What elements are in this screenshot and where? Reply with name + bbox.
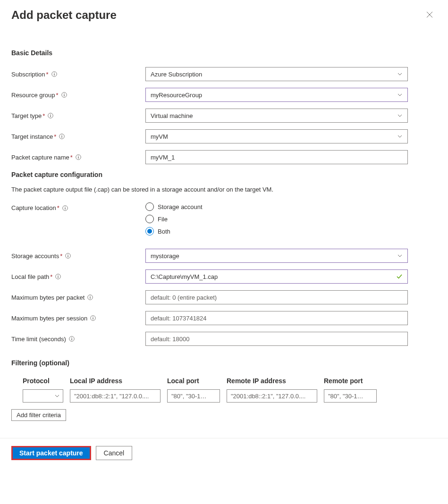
svg-point-15 xyxy=(78,156,78,156)
max-bytes-session-input-wrapper[interactable] xyxy=(145,311,408,325)
svg-point-9 xyxy=(51,114,51,115)
info-icon[interactable] xyxy=(59,134,65,139)
max-bytes-session-input[interactable] xyxy=(151,311,393,325)
resource-group-value: myResourceGroup xyxy=(151,92,202,99)
max-bytes-packet-input-wrapper[interactable] xyxy=(145,290,408,304)
subscription-value: Azure Subscription xyxy=(151,71,202,78)
basic-details-heading: Basic Details xyxy=(11,49,437,57)
radio-both-label: Both xyxy=(158,228,170,235)
info-icon[interactable] xyxy=(87,294,93,300)
local-file-path-input[interactable] xyxy=(151,270,393,283)
required-indicator: * xyxy=(46,71,49,78)
info-icon[interactable] xyxy=(48,113,53,118)
local-port-input[interactable] xyxy=(171,390,209,402)
time-limit-input-wrapper[interactable] xyxy=(145,332,408,346)
add-filter-button[interactable]: Add filter criteria xyxy=(11,409,66,421)
storage-accounts-value: mystorage xyxy=(151,252,179,260)
svg-rect-22 xyxy=(68,255,68,257)
filter-col-remote-port: Remote port xyxy=(324,377,377,385)
capture-name-input[interactable] xyxy=(151,151,393,164)
radio-circle-icon xyxy=(145,227,154,235)
info-icon[interactable] xyxy=(69,336,75,342)
close-icon[interactable] xyxy=(426,11,433,18)
svg-point-18 xyxy=(65,206,65,207)
radio-file[interactable]: File xyxy=(145,215,408,223)
checkmark-icon xyxy=(396,273,403,280)
info-icon[interactable] xyxy=(51,71,57,77)
required-indicator: * xyxy=(42,112,45,119)
svg-rect-7 xyxy=(64,94,64,96)
radio-storage-label: Storage account xyxy=(158,203,203,210)
storage-accounts-select[interactable]: mystorage xyxy=(145,249,408,263)
radio-storage-account[interactable]: Storage account xyxy=(145,202,408,211)
svg-point-24 xyxy=(58,275,59,276)
chevron-down-icon xyxy=(397,134,403,139)
target-type-value: Virtual machine xyxy=(151,112,193,119)
capture-name-label: Packet capture name xyxy=(11,154,69,161)
filtering-heading: Filtering (optional) xyxy=(11,359,437,367)
resource-group-select[interactable]: myResourceGroup xyxy=(145,88,408,102)
protocol-select[interactable] xyxy=(23,389,63,403)
capture-location-label: Capture location xyxy=(11,204,56,211)
panel-title: Add packet capture xyxy=(11,8,117,22)
panel-header: Add packet capture xyxy=(11,8,437,22)
remote-ip-input[interactable] xyxy=(231,390,306,402)
chevron-down-icon xyxy=(397,113,403,118)
required-indicator: * xyxy=(50,273,52,280)
config-heading: Packet capture configuration xyxy=(11,171,437,178)
capture-name-input-wrapper[interactable] xyxy=(145,150,408,164)
target-instance-label: Target instance xyxy=(11,133,53,140)
radio-both[interactable]: Both xyxy=(145,227,408,235)
filter-header-row: Protocol Local IP address Local port Rem… xyxy=(23,377,437,385)
required-indicator: * xyxy=(56,92,59,99)
local-port-input-wrapper[interactable] xyxy=(167,389,220,403)
info-icon[interactable] xyxy=(55,274,61,279)
subscription-label: Subscription xyxy=(11,71,45,78)
chevron-down-icon xyxy=(397,92,403,98)
svg-rect-16 xyxy=(78,157,78,159)
filter-row xyxy=(23,389,437,403)
chevron-down-icon xyxy=(397,71,403,77)
storage-accounts-label: Storage accounts xyxy=(11,252,59,260)
remote-port-input[interactable] xyxy=(328,390,366,402)
local-ip-input[interactable] xyxy=(74,390,150,402)
target-instance-select[interactable]: myVM xyxy=(145,129,408,143)
target-type-select[interactable]: Virtual machine xyxy=(145,109,408,123)
start-capture-button[interactable]: Start packet capture xyxy=(11,446,91,460)
remote-port-input-wrapper[interactable] xyxy=(324,389,377,403)
svg-rect-28 xyxy=(90,297,91,299)
svg-rect-25 xyxy=(58,276,59,278)
info-icon[interactable] xyxy=(61,92,67,98)
svg-point-6 xyxy=(64,93,64,94)
svg-rect-31 xyxy=(93,318,93,319)
info-icon[interactable] xyxy=(76,154,81,160)
svg-rect-4 xyxy=(54,74,54,76)
remote-ip-input-wrapper[interactable] xyxy=(227,389,317,403)
required-indicator: * xyxy=(70,154,73,161)
target-instance-value: myVM xyxy=(151,133,168,140)
info-icon[interactable] xyxy=(65,253,71,259)
info-icon[interactable] xyxy=(62,205,68,211)
subscription-select[interactable]: Azure Subscription xyxy=(145,67,408,81)
target-type-label: Target type xyxy=(11,112,42,119)
svg-point-33 xyxy=(71,337,72,338)
max-bytes-packet-label: Maximum bytes per packet xyxy=(11,294,85,301)
info-icon[interactable] xyxy=(90,315,96,321)
svg-rect-13 xyxy=(62,136,62,138)
filter-col-protocol: Protocol xyxy=(23,377,63,385)
svg-rect-34 xyxy=(71,338,72,340)
required-indicator: * xyxy=(57,204,59,211)
svg-point-3 xyxy=(54,73,54,73)
required-indicator: * xyxy=(60,252,62,260)
svg-rect-19 xyxy=(65,208,65,210)
radio-circle-icon xyxy=(145,215,154,223)
footer: Start packet capture Cancel xyxy=(0,438,448,470)
local-file-path-input-wrapper[interactable] xyxy=(145,269,408,284)
time-limit-input[interactable] xyxy=(151,332,393,345)
svg-point-30 xyxy=(93,317,93,317)
cancel-button[interactable]: Cancel xyxy=(96,446,133,460)
max-bytes-session-label: Maximum bytes per session xyxy=(11,315,87,322)
local-ip-input-wrapper[interactable] xyxy=(70,389,161,403)
local-file-path-label: Local file path xyxy=(11,273,49,280)
max-bytes-packet-input[interactable] xyxy=(151,291,393,304)
